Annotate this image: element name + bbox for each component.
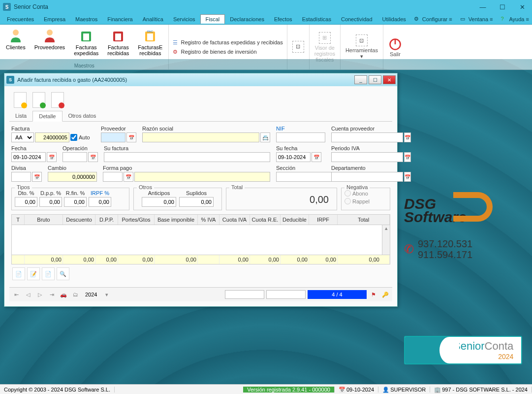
radio-abono[interactable]: Abono [344,190,387,197]
input-proveedor[interactable] [101,132,125,142]
col-base[interactable]: Base imponible [155,215,198,225]
nav-refresh-button[interactable]: 🗂 [70,290,80,299]
nav-search-1[interactable] [225,290,264,299]
input-fecha[interactable] [11,152,46,162]
col-cuotare[interactable]: Cuota R.E. [250,215,281,225]
input-cambio[interactable] [48,172,97,182]
menu-ayuda[interactable]: ?Ayuda≡ [498,15,532,24]
ribbon-facturase-recibidas[interactable]: FAC FacturasE recibidas [136,27,164,62]
col-piva[interactable]: % IVA [198,215,219,225]
nav-flag-button[interactable]: ⚑ [369,290,378,299]
grid-scrollbar[interactable]: ▴ [382,225,390,255]
checkbox-auto[interactable]: Auto [70,134,90,141]
col-total[interactable]: Total [338,215,390,225]
ribbon-registro-bienes[interactable]: ⚙ Registro de bienes de inversión [173,49,282,55]
input-numero[interactable] [35,132,69,142]
grid-view-button[interactable]: 🔍 [57,267,69,280]
input-formapago-code[interactable] [103,172,123,182]
window-close-button[interactable]: ✕ [512,0,532,14]
col-irpf[interactable]: IRPF [309,215,338,225]
menu-efectos[interactable]: Efectos [269,15,297,24]
col-descuento[interactable]: Descuento [63,215,95,225]
input-suplidos[interactable] [179,197,214,207]
lookup-divisa-button[interactable]: 📅 [32,172,42,182]
lookup-formapago-button[interactable]: 📅 [124,172,133,182]
dialog-close-button[interactable]: ✕ [383,75,396,84]
tab-lista[interactable]: Lista [9,111,32,121]
tab-otros[interactable]: Otros datos [63,111,102,121]
menu-declaraciones[interactable]: Declaraciones [225,15,269,24]
input-razon[interactable] [142,132,259,142]
svg-rect-7 [147,33,153,40]
input-nif[interactable] [276,132,325,142]
grid-edit-button[interactable]: 📝 [27,267,40,280]
menu-configurar[interactable]: ⚙Configurar≡ [411,15,455,24]
cal-periodo-button[interactable]: 📅 [404,152,411,162]
input-periodo[interactable] [331,152,403,162]
dialog-maximize-button[interactable]: ☐ [369,75,381,84]
ribbon-facturas-recibidas[interactable]: Facturas recibidas [105,27,131,62]
tb-delete-button[interactable] [50,91,65,109]
grid-add-button[interactable]: 📄 [12,267,25,280]
input-divisa[interactable] [11,172,31,182]
tab-detalle[interactable]: Detalle [32,111,62,122]
col-cuotaiva[interactable]: Cuota IVA [219,215,250,225]
ribbon-facturas-expedidas[interactable]: Facturas expedidas [72,27,100,62]
nav-search-2[interactable] [266,290,306,299]
lookup-cuenta-button[interactable]: 📅 [404,132,411,142]
lookup-razon-button[interactable]: 📇 [260,132,270,142]
ribbon-clientes[interactable]: Clientes [4,27,28,62]
col-bruto[interactable]: Bruto [25,215,63,225]
grid-remove-button[interactable]: 📄 [42,267,55,280]
tb-new-button[interactable] [12,91,28,109]
input-dto[interactable] [15,197,37,207]
nav-next-button[interactable]: ▷ [35,290,45,299]
status-copyright: Copyright © 2003 - 2024 DSG Software S.L… [0,387,115,393]
menu-ventana[interactable]: ▭Ventana≡ [457,15,496,24]
input-irpf[interactable] [89,197,111,207]
menu-utilidades[interactable]: Utilidades [377,15,411,24]
nav-find-button[interactable]: 🚗 [59,290,68,299]
menu-frecuentes[interactable]: Frecuentes [2,15,39,24]
window-maximize-button[interactable]: ☐ [493,0,512,14]
menu-maestros[interactable]: Maestros [70,15,102,24]
input-serie[interactable]: AA [11,132,34,142]
input-formapago-desc[interactable] [134,172,270,182]
input-operacion[interactable] [63,152,87,162]
nav-year-dropdown[interactable]: ▾ [102,290,112,299]
menu-fiscal[interactable]: Fiscal [200,14,225,24]
menu-analitica[interactable]: Analítica [138,15,168,24]
ribbon-proveedores[interactable]: Proveedores [32,27,67,62]
nav-first-button[interactable]: ⇤ [11,290,21,299]
grid-body[interactable]: ▴ [12,225,390,255]
lookup-proveedor-button[interactable]: 📅 [126,132,136,142]
input-dpp[interactable] [39,197,62,207]
nav-prev-button[interactable]: ◁ [23,290,33,299]
input-cuenta[interactable] [331,132,403,142]
tb-save-button[interactable] [31,91,47,109]
menu-conectividad[interactable]: Conectividad [336,15,377,24]
cal-fecha-button[interactable]: 📅 [47,152,57,162]
window-minimize-button[interactable]: — [473,0,493,14]
lookup-departamento-button[interactable]: 📅 [404,172,411,182]
dialog-minimize-button[interactable]: _ [354,75,367,84]
nav-key-button[interactable]: 🔑 [380,290,390,299]
menu-empresa[interactable]: Empresa [39,15,70,24]
input-departamento[interactable] [331,172,403,182]
menu-estadisticas[interactable]: Estadísticas [297,15,336,24]
col-deducible[interactable]: Deducible [281,215,309,225]
col-t[interactable]: T [12,215,25,225]
input-sufactura[interactable] [104,152,270,162]
menu-financiera[interactable]: Financiera [102,15,137,24]
col-portes[interactable]: Portes/Gtos [118,215,155,225]
nav-last-button[interactable]: ⇥ [47,290,57,299]
col-dpp[interactable]: D.P.P. [95,215,118,225]
ribbon-registro-facturas[interactable]: ☰ Registro de facturas expedidas y recib… [173,39,282,46]
cal-sufecha-button[interactable]: 📅 [312,152,321,162]
cal-operacion-button[interactable]: 📅 [88,152,98,162]
menu-servicios[interactable]: Servicios [168,15,200,24]
input-sufecha[interactable] [276,152,311,162]
input-rfin[interactable] [64,197,87,207]
input-anticipos[interactable] [142,197,176,207]
radio-rappel[interactable]: Rappel [344,198,387,204]
